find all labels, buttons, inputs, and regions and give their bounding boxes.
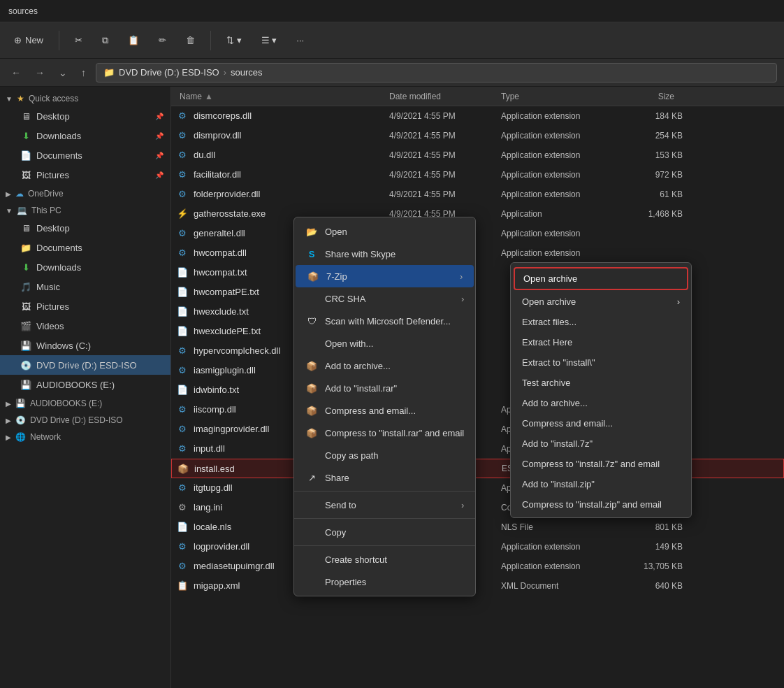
sidebar-item-documents-qa[interactable]: 📄 Documents 📌: [0, 145, 170, 165]
table-row[interactable]: ⚙ logprovider.dll 4/9/2021 4:55 PM Appli…: [171, 537, 784, 557]
table-row[interactable]: ⚡ gatherosstate.exe 4/9/2021 4:55 PM App…: [171, 204, 784, 224]
sidebar-section-audiobooks[interactable]: ▶ 💾 AUDIOBOOKS (E:): [0, 394, 170, 411]
submenu-add-7z[interactable]: Add to "install.7z": [511, 433, 691, 454]
sidebar-section-this-pc[interactable]: ▼ 💻 This PC: [0, 201, 170, 218]
ctx-open-with[interactable]: Open with...: [294, 332, 475, 354]
table-row[interactable]: 📦 install.esd 7/9/2021 12:41 PM ESD File…: [171, 459, 784, 478]
paste-button[interactable]: 📋: [121, 31, 146, 50]
up-button[interactable]: ↑: [77, 64, 90, 81]
file-name: folderprovider.dll: [194, 189, 389, 199]
sidebar-item-audiobooks-e[interactable]: 💾 AUDIOBOOKS (E:): [0, 375, 170, 394]
table-row[interactable]: ⚙ mediasetupuimgr.dll 4/9/2021 4:55 PM A…: [171, 557, 784, 576]
submenu-compress-zip-email[interactable]: Compress to "install.zip" and email: [511, 494, 691, 515]
ctx-add-rar[interactable]: 📦 Add to "install.rar": [294, 377, 475, 399]
table-row[interactable]: ⚙ iasmigplugin.dll 4/9/2021 4:55 PM: [171, 361, 784, 380]
copy-icon: [305, 526, 318, 538]
sidebar-item-videos[interactable]: 🎬 Videos: [0, 316, 170, 336]
table-row[interactable]: ⚙ itgtupg.dll 4/9/2021 4:55 PM Applicati…: [171, 478, 784, 498]
table-row[interactable]: ⚙ imagingprovider.dll 4/9/2021 4:55 PM A…: [171, 420, 784, 439]
sidebar-section-onedrive[interactable]: ▶ ☁ OneDrive: [0, 185, 170, 201]
copy-button[interactable]: ⧉: [95, 31, 115, 50]
sidebar-section-dvd2[interactable]: ▶ 💿 DVD Drive (D:) ESD-ISO: [0, 411, 170, 428]
file-type: Application extension: [501, 170, 620, 180]
ctx-share-skype[interactable]: S Share with Skype: [294, 243, 475, 265]
table-row[interactable]: 📄 hwexcludePE.txt 4/9/2021 4:55 PM: [171, 322, 784, 341]
table-row[interactable]: ⚙ input.dll 4/9/2021 4:55 PM Application…: [171, 439, 784, 459]
sidebar-item-windows-c[interactable]: 💾 Windows (C:): [0, 336, 170, 355]
table-row[interactable]: ⚙ dismprov.dll 4/9/2021 4:55 PM Applicat…: [171, 126, 784, 145]
dropdown-button[interactable]: ⌄: [55, 64, 71, 81]
table-row[interactable]: ⚙ dismcoreps.dll 4/9/2021 4:55 PM Applic…: [171, 106, 784, 126]
ctx-add-archive[interactable]: 📦 Add to archive...: [294, 354, 475, 377]
table-row[interactable]: 📄 locale.nls 4/9/2021 4:55 PM NLS File 8…: [171, 517, 784, 537]
ctx-create-shortcut[interactable]: Create shortcut: [294, 548, 475, 571]
open-with-icon: [305, 337, 318, 350]
ctx-copy-path[interactable]: Copy as path: [294, 444, 475, 466]
cut-button[interactable]: ✂: [68, 31, 89, 50]
ctx-7zip[interactable]: 📦 7-Zip ›: [296, 265, 474, 287]
chevron-down-icon: ▼: [6, 207, 13, 215]
table-row[interactable]: ⚙ iiscomp.dll 4/9/2021 4:55 PM Applicati…: [171, 400, 784, 420]
col-header-type[interactable]: Type: [497, 87, 616, 106]
sidebar-item-label: Pictures: [36, 301, 69, 312]
submenu-compress-7z-email[interactable]: Compress to "install.7z" and email: [511, 454, 691, 474]
sidebar-item-label: Pictures: [36, 170, 69, 180]
col-header-date[interactable]: Date modified: [385, 87, 497, 106]
table-row[interactable]: 📄 hwcompatPE.txt 4/9/2021 4:55 PM: [171, 282, 784, 302]
table-row[interactable]: ⚙ hypervcomplcheck.dll 4/9/2021 4:55 PM: [171, 341, 784, 361]
sidebar-item-pictures-pc[interactable]: 🖼 Pictures: [0, 296, 170, 316]
ctx-properties[interactable]: Properties: [294, 571, 475, 593]
more-button[interactable]: ···: [289, 31, 311, 50]
submenu-test-archive[interactable]: Test archive: [511, 373, 691, 393]
submenu-open-archive-arrow[interactable]: Open archive ›: [511, 292, 691, 312]
desktop-icon: 🖥: [20, 222, 32, 234]
sidebar-section-network[interactable]: ▶ 🌐 Network: [0, 428, 170, 445]
table-row[interactable]: 📄 idwbinfo.txt 4/9/2021 4:55 PM: [171, 380, 784, 400]
submenu-extract-to[interactable]: Extract to "install\": [511, 352, 691, 373]
submenu-add-zip[interactable]: Add to "install.zip": [511, 474, 691, 494]
submenu-extract-here[interactable]: Extract Here: [511, 332, 691, 352]
sidebar-section-quick-access[interactable]: ▼ ★ Quick access: [0, 89, 170, 106]
ctx-open[interactable]: 📂 Open: [294, 220, 475, 243]
ctx-send-to[interactable]: Send to ›: [294, 494, 475, 516]
ctx-compress-rar-email[interactable]: 📦 Compress to "install.rar" and email: [294, 422, 475, 444]
sidebar-item-downloads-pc[interactable]: ⬇ Downloads: [0, 257, 170, 277]
table-row[interactable]: ⚙ lang.ini 4/9/2021 4:55 PM Configuratio…: [171, 498, 784, 517]
submenu-extract-files[interactable]: Extract files...: [511, 312, 691, 332]
table-row[interactable]: ⚙ hwcompat.dll 4/9/2021 4:55 PM Applicat…: [171, 243, 784, 263]
col-header-name[interactable]: Name ▲: [175, 87, 385, 106]
defender-icon: 🛡: [305, 315, 318, 327]
new-button[interactable]: ⊕ New: [7, 31, 50, 50]
ctx-compress-email[interactable]: 📦 Compress and email...: [294, 399, 475, 422]
submenu-add-archive[interactable]: Add to archive...: [511, 393, 691, 413]
submenu-compress-email[interactable]: Compress and email...: [511, 413, 691, 433]
view-button[interactable]: ☰ ▾: [254, 31, 284, 50]
back-button[interactable]: ←: [7, 64, 25, 81]
table-row[interactable]: ⚙ du.dll 4/9/2021 4:55 PM Application ex…: [171, 145, 784, 165]
ctx-share[interactable]: ↗ Share: [294, 466, 475, 489]
sidebar-item-pictures-qa[interactable]: 🖼 Pictures 📌: [0, 165, 170, 185]
sidebar-item-music[interactable]: 🎵 Music: [0, 277, 170, 296]
forward-button[interactable]: →: [31, 64, 49, 81]
table-row[interactable]: 📄 hwcompat.txt 4/9/2021 4:55 PM: [171, 263, 784, 282]
table-row[interactable]: 📋 migapp.xml 4/9/2021 4:55 PM XML Docume…: [171, 576, 784, 596]
address-path[interactable]: 📁 DVD Drive (D:) ESD-ISO › sources: [96, 63, 777, 83]
table-row[interactable]: ⚙ facilitator.dll 4/9/2021 4:55 PM Appli…: [171, 165, 784, 185]
sidebar-item-downloads-qa[interactable]: ⬇ Downloads 📌: [0, 126, 170, 145]
delete-button[interactable]: 🗑: [179, 31, 202, 50]
sidebar-item-dvd-drive[interactable]: 💿 DVD Drive (D:) ESD-ISO: [0, 355, 170, 375]
ctx-crc-sha[interactable]: CRC SHA ›: [294, 287, 475, 310]
table-row[interactable]: ⚙ generaltel.dll 4/9/2021 4:55 PM Applic…: [171, 224, 784, 243]
rename-button[interactable]: ✏: [152, 31, 173, 50]
ctx-defender[interactable]: 🛡 Scan with Microsoft Defender...: [294, 310, 475, 332]
sidebar: ▼ ★ Quick access 🖥 Desktop 📌 ⬇ Downloads…: [0, 87, 171, 688]
table-row[interactable]: 📄 hwexclude.txt 4/9/2021 4:55 PM: [171, 302, 784, 322]
sidebar-item-desktop-pc[interactable]: 🖥 Desktop: [0, 218, 170, 238]
col-header-size[interactable]: Size: [616, 87, 678, 106]
submenu-open-archive-top[interactable]: Open archive: [514, 267, 688, 290]
table-row[interactable]: ⚙ folderprovider.dll 4/9/2021 4:55 PM Ap…: [171, 185, 784, 204]
sort-button[interactable]: ⇅ ▾: [219, 31, 249, 50]
sidebar-item-documents-pc[interactable]: 📁 Documents: [0, 238, 170, 257]
ctx-copy[interactable]: Copy: [294, 521, 475, 543]
sidebar-item-desktop-qa[interactable]: 🖥 Desktop 📌: [0, 106, 170, 126]
